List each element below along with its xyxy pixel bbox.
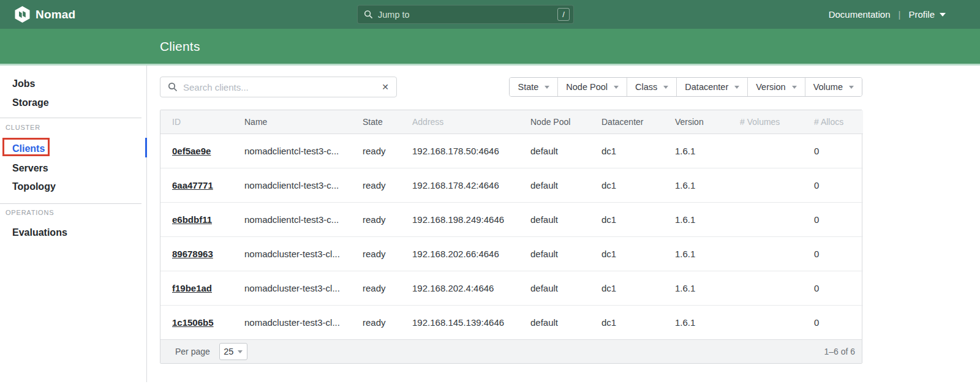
client-name: nomadcluster-test3-cl... xyxy=(244,236,363,271)
client-state: ready xyxy=(363,202,412,236)
client-version: 1.6.1 xyxy=(675,168,740,202)
jump-to-input[interactable] xyxy=(378,10,557,20)
client-name: nomadcluster-test3-cl... xyxy=(244,271,363,305)
nomad-logo-icon xyxy=(15,6,30,23)
client-volumes xyxy=(740,134,814,168)
per-page-value: 25 xyxy=(224,347,233,356)
column-header-node-pool[interactable]: Node Pool xyxy=(530,110,601,134)
client-allocs: 0 xyxy=(814,168,863,202)
filter-datacenter-label: Datacenter xyxy=(685,82,728,92)
client-name: nomadclientcl-test3-c... xyxy=(244,168,363,202)
client-volumes xyxy=(740,168,814,202)
cluster-section-label: CLUSTER xyxy=(6,124,40,132)
client-volumes xyxy=(740,236,814,271)
client-state: ready xyxy=(363,305,412,339)
sidebar-item-clients[interactable]: Clients xyxy=(12,143,45,155)
filter-volume-button[interactable]: Volume xyxy=(805,78,862,96)
per-page-label: Per page xyxy=(175,347,210,356)
client-address: 192.168.178.50:4646 xyxy=(412,134,530,168)
client-volumes xyxy=(740,271,814,305)
filter-node-pool-label: Node Pool xyxy=(566,82,608,92)
filter-volume-label: Volume xyxy=(813,82,843,92)
client-datacenter: dc1 xyxy=(601,202,675,236)
client-state: ready xyxy=(363,236,412,271)
chevron-down-icon xyxy=(614,86,619,89)
main-content: ✕ State Node Pool Class Datacenter xyxy=(147,66,980,382)
client-id-link[interactable]: 1c1506b5 xyxy=(172,317,214,328)
search-clients-input[interactable] xyxy=(183,82,382,92)
client-name: nomadcluster-test3-cl... xyxy=(244,305,363,339)
column-header-id: ID xyxy=(160,110,244,134)
client-volumes xyxy=(740,305,814,339)
filter-class-button[interactable]: Class xyxy=(627,78,676,96)
links-separator: | xyxy=(899,9,901,20)
client-id-link[interactable]: f19be1ad xyxy=(172,283,212,293)
client-allocs: 0 xyxy=(814,305,863,339)
app-header: Nomad / Documentation | Profile xyxy=(0,0,980,29)
brand[interactable]: Nomad xyxy=(15,6,75,23)
chevron-down-icon xyxy=(792,86,797,89)
client-id-link[interactable]: 89678963 xyxy=(172,249,213,259)
client-datacenter: dc1 xyxy=(601,305,675,339)
client-volumes xyxy=(740,202,814,236)
client-datacenter: dc1 xyxy=(601,134,675,168)
client-version: 1.6.1 xyxy=(675,305,740,339)
filter-datacenter-button[interactable]: Datacenter xyxy=(676,78,747,96)
clear-search-icon[interactable]: ✕ xyxy=(382,83,389,91)
client-address: 192.168.178.42:4646 xyxy=(412,168,530,202)
table-row[interactable]: 1c1506b5 nomadcluster-test3-cl... ready … xyxy=(160,305,863,339)
client-version: 1.6.1 xyxy=(675,202,740,236)
column-header-name[interactable]: Name xyxy=(244,110,363,134)
column-header-state[interactable]: State xyxy=(363,110,412,134)
client-version: 1.6.1 xyxy=(675,134,740,168)
chevron-down-icon xyxy=(545,86,549,89)
table-row[interactable]: 6aa47771 nomadclientcl-test3-c... ready … xyxy=(160,168,863,202)
client-node-pool: default xyxy=(530,134,601,168)
sidebar-divider xyxy=(0,118,141,118)
client-id-link[interactable]: 6aa47771 xyxy=(172,180,213,190)
client-id-link[interactable]: e6bdbf11 xyxy=(172,214,212,225)
filter-state-button[interactable]: State xyxy=(510,78,557,96)
filter-node-pool-button[interactable]: Node Pool xyxy=(557,78,627,96)
client-allocs: 0 xyxy=(814,134,863,168)
client-address: 192.168.145.139:4646 xyxy=(412,305,530,339)
column-header-address: Address xyxy=(412,110,530,134)
sidebar-item-jobs[interactable]: Jobs xyxy=(12,78,35,90)
profile-link[interactable]: Profile xyxy=(908,9,935,20)
client-datacenter: dc1 xyxy=(601,236,675,271)
column-header-datacenter[interactable]: Datacenter xyxy=(601,110,675,134)
jump-to-search[interactable]: / xyxy=(357,5,574,24)
chevron-down-icon xyxy=(734,86,739,89)
filter-version-label: Version xyxy=(756,82,785,92)
table-row[interactable]: 0ef5ae9e nomadclientcl-test3-c... ready … xyxy=(160,134,863,168)
column-header-volumes: # Volumes xyxy=(740,110,814,134)
column-header-version[interactable]: Version xyxy=(675,110,740,134)
slash-shortcut-hint: / xyxy=(557,8,570,21)
sidebar-item-storage[interactable]: Storage xyxy=(12,97,49,109)
client-version: 1.6.1 xyxy=(675,236,740,271)
column-header-allocs: # Allocs xyxy=(814,110,863,134)
profile-menu[interactable]: Profile xyxy=(908,9,946,20)
per-page-select[interactable]: 25 xyxy=(219,343,247,360)
sidebar-item-topology[interactable]: Topology xyxy=(12,181,56,193)
table-row[interactable]: e6bdbf11 nomadclientcl-test3-c... ready … xyxy=(160,202,863,236)
client-address: 192.168.202.66:4646 xyxy=(412,236,530,271)
client-state: ready xyxy=(363,134,412,168)
table-row[interactable]: 89678963 nomadcluster-test3-cl... ready … xyxy=(160,236,863,271)
filter-version-button[interactable]: Version xyxy=(747,78,804,96)
sidebar-item-servers[interactable]: Servers xyxy=(12,162,48,175)
client-name: nomadclientcl-test3-c... xyxy=(244,202,363,236)
filter-class-label: Class xyxy=(635,82,657,92)
client-address: 192.168.198.249:4646 xyxy=(412,202,530,236)
sidebar-item-evaluations[interactable]: Evaluations xyxy=(12,227,67,239)
operations-section-label: OPERATIONS xyxy=(6,209,54,217)
header-links: Documentation | Profile xyxy=(829,9,946,20)
sidebar-divider xyxy=(0,203,141,204)
table-row[interactable]: f19be1ad nomadcluster-test3-cl... ready … xyxy=(160,271,863,305)
client-id-link[interactable]: 0ef5ae9e xyxy=(172,146,211,156)
documentation-link[interactable]: Documentation xyxy=(829,9,891,20)
clients-search-box[interactable]: ✕ xyxy=(160,77,397,97)
chevron-down-icon xyxy=(238,350,243,353)
clients-toolbar: ✕ State Node Pool Class Datacenter xyxy=(160,77,862,97)
client-datacenter: dc1 xyxy=(601,168,675,202)
